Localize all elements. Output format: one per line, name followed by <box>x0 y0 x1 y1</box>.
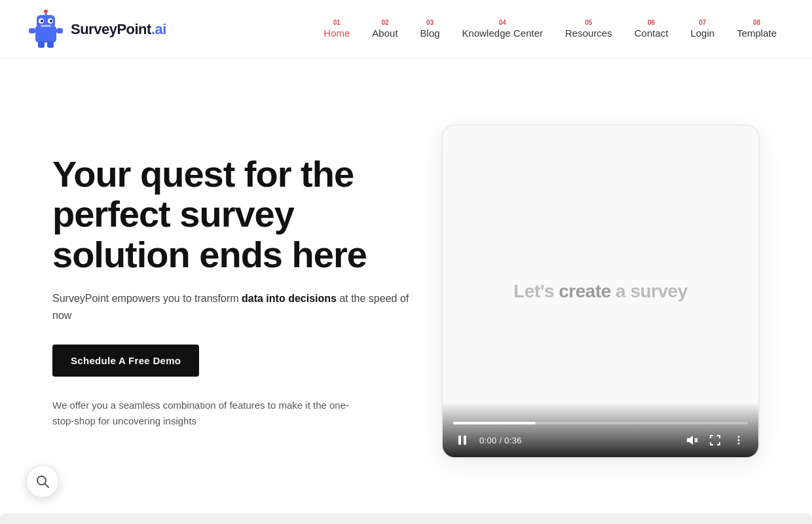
svg-rect-11 <box>38 41 45 48</box>
nav-links: 01 Home 02 About 03 Blog 04 Knowledge Ce… <box>314 14 786 44</box>
nav-item-template[interactable]: 08 Template <box>728 14 786 44</box>
mute-icon <box>685 434 698 447</box>
nav-item-home[interactable]: 01 Home <box>314 14 359 44</box>
video-progress-fill <box>453 422 536 424</box>
svg-point-20 <box>738 443 740 445</box>
video-controls: 0:00 / 0:36 <box>443 402 758 457</box>
nav-item-knowledge-center[interactable]: 04 Knowledge Center <box>453 14 552 44</box>
pause-icon <box>456 434 468 446</box>
fullscreen-button[interactable] <box>706 431 724 449</box>
svg-point-3 <box>44 10 48 13</box>
svg-point-7 <box>50 20 52 22</box>
search-icon <box>35 474 50 489</box>
fullscreen-icon <box>709 434 721 446</box>
video-player[interactable]: Let's create a survey 0:00 / 0:36 <box>441 124 760 458</box>
logo-robot-icon <box>26 10 65 49</box>
hero-section: Your quest for the perfect survey soluti… <box>0 59 812 511</box>
hero-video-panel: Let's create a survey 0:00 / 0:36 <box>441 124 760 458</box>
svg-point-19 <box>738 440 740 441</box>
search-fab[interactable] <box>26 465 59 498</box>
svg-line-22 <box>45 484 49 488</box>
svg-rect-14 <box>464 436 466 445</box>
svg-rect-8 <box>41 25 51 27</box>
nav-item-contact[interactable]: 06 Contact <box>625 14 678 44</box>
svg-rect-12 <box>47 41 54 48</box>
mute-button[interactable] <box>682 431 701 449</box>
hero-title: Your quest for the perfect survey soluti… <box>52 154 415 275</box>
hero-subtitle: SurveyPoint empowers you to transform da… <box>52 290 415 324</box>
hero-description: We offer you a seamless combination of f… <box>52 398 367 429</box>
cta-demo-button[interactable]: Schedule A Free Demo <box>52 345 199 377</box>
logo-text: SurveyPoint.ai <box>71 21 166 38</box>
time-display: 0:00 / 0:36 <box>479 436 674 445</box>
nav-item-resources[interactable]: 05 Resources <box>556 14 621 44</box>
hero-content: Your quest for the perfect survey soluti… <box>52 154 441 430</box>
nav-item-login[interactable]: 07 Login <box>681 14 724 44</box>
svg-point-18 <box>738 436 740 438</box>
navbar: SurveyPoint.ai 01 Home 02 About 03 Blog … <box>0 0 812 59</box>
svg-point-6 <box>41 20 43 22</box>
controls-row: 0:00 / 0:36 <box>453 431 748 449</box>
more-options-button[interactable] <box>729 431 748 449</box>
svg-marker-15 <box>687 436 693 445</box>
pause-button[interactable] <box>453 431 471 449</box>
nav-item-about[interactable]: 02 About <box>363 14 407 44</box>
svg-rect-13 <box>458 436 461 445</box>
video-overlay: Let's create a survey <box>513 281 687 302</box>
logo[interactable]: SurveyPoint.ai <box>26 10 166 49</box>
nav-item-blog[interactable]: 03 Blog <box>411 14 449 44</box>
svg-rect-9 <box>29 28 35 33</box>
bottom-section-hint <box>0 514 812 524</box>
svg-rect-10 <box>56 28 63 33</box>
video-progress-bar[interactable] <box>453 422 748 424</box>
more-options-icon <box>733 434 745 446</box>
controls-right <box>682 431 748 449</box>
